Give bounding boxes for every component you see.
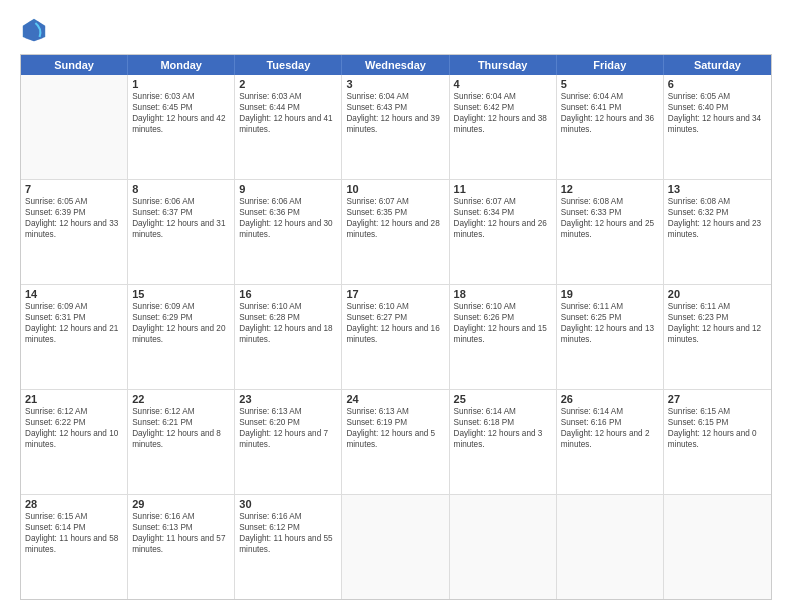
cal-cell [342,495,449,599]
cal-cell: 8Sunrise: 6:06 AMSunset: 6:37 PMDaylight… [128,180,235,284]
cal-cell [21,75,128,179]
day-of-week-friday: Friday [557,55,664,75]
cal-cell: 9Sunrise: 6:06 AMSunset: 6:36 PMDaylight… [235,180,342,284]
day-detail: Sunrise: 6:10 AMSunset: 6:28 PMDaylight:… [239,301,337,345]
day-number: 9 [239,183,337,195]
day-number: 1 [132,78,230,90]
day-number: 26 [561,393,659,405]
cal-cell: 26Sunrise: 6:14 AMSunset: 6:16 PMDayligh… [557,390,664,494]
cal-cell: 6Sunrise: 6:05 AMSunset: 6:40 PMDaylight… [664,75,771,179]
cal-cell: 7Sunrise: 6:05 AMSunset: 6:39 PMDaylight… [21,180,128,284]
day-detail: Sunrise: 6:06 AMSunset: 6:37 PMDaylight:… [132,196,230,240]
day-detail: Sunrise: 6:13 AMSunset: 6:20 PMDaylight:… [239,406,337,450]
day-of-week-sunday: Sunday [21,55,128,75]
cal-cell: 19Sunrise: 6:11 AMSunset: 6:25 PMDayligh… [557,285,664,389]
day-number: 18 [454,288,552,300]
day-number: 22 [132,393,230,405]
header [20,16,772,44]
day-detail: Sunrise: 6:04 AMSunset: 6:43 PMDaylight:… [346,91,444,135]
day-detail: Sunrise: 6:04 AMSunset: 6:41 PMDaylight:… [561,91,659,135]
cal-cell [664,495,771,599]
day-detail: Sunrise: 6:15 AMSunset: 6:14 PMDaylight:… [25,511,123,555]
cal-cell: 25Sunrise: 6:14 AMSunset: 6:18 PMDayligh… [450,390,557,494]
cal-cell: 28Sunrise: 6:15 AMSunset: 6:14 PMDayligh… [21,495,128,599]
day-number: 28 [25,498,123,510]
cal-cell: 1Sunrise: 6:03 AMSunset: 6:45 PMDaylight… [128,75,235,179]
cal-cell: 3Sunrise: 6:04 AMSunset: 6:43 PMDaylight… [342,75,449,179]
day-number: 8 [132,183,230,195]
day-number: 16 [239,288,337,300]
day-detail: Sunrise: 6:08 AMSunset: 6:33 PMDaylight:… [561,196,659,240]
day-number: 10 [346,183,444,195]
calendar-body: 1Sunrise: 6:03 AMSunset: 6:45 PMDaylight… [21,75,771,599]
cal-cell: 30Sunrise: 6:16 AMSunset: 6:12 PMDayligh… [235,495,342,599]
day-number: 11 [454,183,552,195]
week-row-0: 1Sunrise: 6:03 AMSunset: 6:45 PMDaylight… [21,75,771,180]
day-of-week-saturday: Saturday [664,55,771,75]
day-detail: Sunrise: 6:16 AMSunset: 6:13 PMDaylight:… [132,511,230,555]
day-number: 17 [346,288,444,300]
cal-cell: 14Sunrise: 6:09 AMSunset: 6:31 PMDayligh… [21,285,128,389]
cal-cell: 18Sunrise: 6:10 AMSunset: 6:26 PMDayligh… [450,285,557,389]
cal-cell: 29Sunrise: 6:16 AMSunset: 6:13 PMDayligh… [128,495,235,599]
calendar-header: SundayMondayTuesdayWednesdayThursdayFrid… [21,55,771,75]
day-detail: Sunrise: 6:08 AMSunset: 6:32 PMDaylight:… [668,196,767,240]
day-number: 29 [132,498,230,510]
day-detail: Sunrise: 6:05 AMSunset: 6:40 PMDaylight:… [668,91,767,135]
cal-cell: 17Sunrise: 6:10 AMSunset: 6:27 PMDayligh… [342,285,449,389]
cal-cell: 16Sunrise: 6:10 AMSunset: 6:28 PMDayligh… [235,285,342,389]
svg-marker-1 [23,22,45,42]
day-number: 5 [561,78,659,90]
day-number: 20 [668,288,767,300]
day-detail: Sunrise: 6:03 AMSunset: 6:44 PMDaylight:… [239,91,337,135]
day-number: 14 [25,288,123,300]
logo-icon [20,16,48,44]
page: SundayMondayTuesdayWednesdayThursdayFrid… [0,0,792,612]
logo [20,16,52,44]
day-detail: Sunrise: 6:15 AMSunset: 6:15 PMDaylight:… [668,406,767,450]
day-detail: Sunrise: 6:07 AMSunset: 6:35 PMDaylight:… [346,196,444,240]
day-detail: Sunrise: 6:09 AMSunset: 6:29 PMDaylight:… [132,301,230,345]
week-row-2: 14Sunrise: 6:09 AMSunset: 6:31 PMDayligh… [21,285,771,390]
day-number: 30 [239,498,337,510]
day-detail: Sunrise: 6:05 AMSunset: 6:39 PMDaylight:… [25,196,123,240]
day-number: 13 [668,183,767,195]
day-detail: Sunrise: 6:11 AMSunset: 6:25 PMDaylight:… [561,301,659,345]
day-detail: Sunrise: 6:16 AMSunset: 6:12 PMDaylight:… [239,511,337,555]
cal-cell [450,495,557,599]
cal-cell: 23Sunrise: 6:13 AMSunset: 6:20 PMDayligh… [235,390,342,494]
day-number: 27 [668,393,767,405]
week-row-4: 28Sunrise: 6:15 AMSunset: 6:14 PMDayligh… [21,495,771,599]
cal-cell: 11Sunrise: 6:07 AMSunset: 6:34 PMDayligh… [450,180,557,284]
cal-cell: 27Sunrise: 6:15 AMSunset: 6:15 PMDayligh… [664,390,771,494]
day-detail: Sunrise: 6:09 AMSunset: 6:31 PMDaylight:… [25,301,123,345]
day-of-week-tuesday: Tuesday [235,55,342,75]
day-number: 6 [668,78,767,90]
day-number: 12 [561,183,659,195]
day-number: 21 [25,393,123,405]
day-detail: Sunrise: 6:14 AMSunset: 6:18 PMDaylight:… [454,406,552,450]
day-detail: Sunrise: 6:12 AMSunset: 6:21 PMDaylight:… [132,406,230,450]
day-of-week-monday: Monday [128,55,235,75]
day-detail: Sunrise: 6:13 AMSunset: 6:19 PMDaylight:… [346,406,444,450]
day-number: 19 [561,288,659,300]
day-number: 23 [239,393,337,405]
day-detail: Sunrise: 6:07 AMSunset: 6:34 PMDaylight:… [454,196,552,240]
week-row-3: 21Sunrise: 6:12 AMSunset: 6:22 PMDayligh… [21,390,771,495]
calendar: SundayMondayTuesdayWednesdayThursdayFrid… [20,54,772,600]
cal-cell: 24Sunrise: 6:13 AMSunset: 6:19 PMDayligh… [342,390,449,494]
day-detail: Sunrise: 6:10 AMSunset: 6:26 PMDaylight:… [454,301,552,345]
day-detail: Sunrise: 6:12 AMSunset: 6:22 PMDaylight:… [25,406,123,450]
week-row-1: 7Sunrise: 6:05 AMSunset: 6:39 PMDaylight… [21,180,771,285]
day-detail: Sunrise: 6:04 AMSunset: 6:42 PMDaylight:… [454,91,552,135]
day-of-week-thursday: Thursday [450,55,557,75]
day-detail: Sunrise: 6:11 AMSunset: 6:23 PMDaylight:… [668,301,767,345]
cal-cell: 20Sunrise: 6:11 AMSunset: 6:23 PMDayligh… [664,285,771,389]
day-of-week-wednesday: Wednesday [342,55,449,75]
day-detail: Sunrise: 6:14 AMSunset: 6:16 PMDaylight:… [561,406,659,450]
day-number: 15 [132,288,230,300]
day-detail: Sunrise: 6:06 AMSunset: 6:36 PMDaylight:… [239,196,337,240]
cal-cell: 2Sunrise: 6:03 AMSunset: 6:44 PMDaylight… [235,75,342,179]
day-number: 7 [25,183,123,195]
cal-cell: 12Sunrise: 6:08 AMSunset: 6:33 PMDayligh… [557,180,664,284]
